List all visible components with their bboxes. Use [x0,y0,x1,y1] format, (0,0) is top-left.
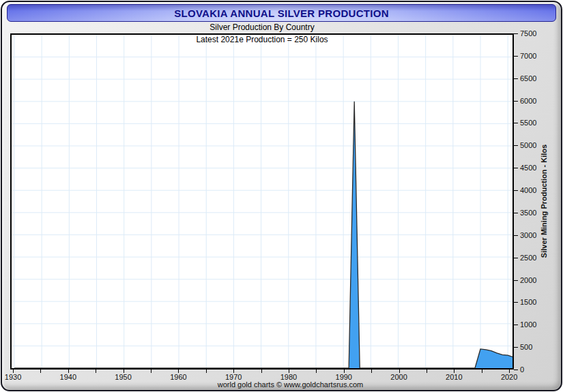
y-axis-tick [514,258,518,258]
y-axis-label: 500 [520,343,532,351]
y-axis-tick [514,123,518,123]
y-axis-tick [514,190,518,191]
y-axis-tick [514,325,518,325]
y-axis-label: 4500 [520,164,536,172]
y-axis-label: 1500 [520,298,536,306]
x-axis-tick [261,370,262,373]
y-axis-label: 2000 [520,276,536,284]
y-axis-tick [514,145,518,146]
y-axis-label: 2500 [520,254,536,262]
y-axis-tick [514,56,518,57]
x-axis-tick [151,370,151,373]
y-axis-tick [514,370,518,370]
y-axis-title: Silver Mining Production - Kilos [540,99,549,303]
chart-svg [12,35,513,368]
x-axis-tick [482,370,482,373]
y-axis-tick [514,280,518,281]
y-axis-label: 0 [520,365,524,374]
y-axis-tick [514,78,518,79]
x-axis-tick [371,370,372,373]
y-axis-tick [514,33,518,34]
y-axis-label: 5500 [520,119,536,127]
x-axis-tick [316,370,317,373]
y-axis-label: 3500 [520,209,536,217]
x-axis-tick [96,370,96,373]
y-axis-label: 4000 [520,186,536,194]
chart-frame: SLOVAKIA ANNUAL SILVER PRODUCTION Silver… [1,1,562,391]
x-axis-tick [427,370,427,373]
y-axis-tick [514,168,518,168]
y-axis-tick [514,347,518,348]
y-axis-tick [514,235,518,236]
title-banner: SLOVAKIA ANNUAL SILVER PRODUCTION [7,4,556,22]
y-axis-label: 5000 [520,141,536,149]
y-axis-label: 7500 [520,29,536,37]
page-title: SLOVAKIA ANNUAL SILVER PRODUCTION [174,7,389,19]
x-axis-tick [206,370,207,373]
x-axis-tick [40,370,41,373]
y-axis-label: 3000 [520,231,536,239]
y-axis-label: 6000 [520,97,536,105]
footer-credit: world gold charts © www.goldchartsrus.co… [16,380,562,389]
y-axis-label: 6500 [520,74,536,82]
chart-subtitle: Silver Production By Country [10,22,514,32]
plot-area [10,33,514,370]
y-axis-tick [514,213,518,213]
y-axis-label: 1000 [520,320,536,329]
latest-production-annotation: Latest 2021e Production = 250 Kilos [10,35,514,44]
y-axis-label: 7000 [520,52,536,60]
y-axis-tick [514,302,518,303]
y-axis-tick [514,101,518,102]
